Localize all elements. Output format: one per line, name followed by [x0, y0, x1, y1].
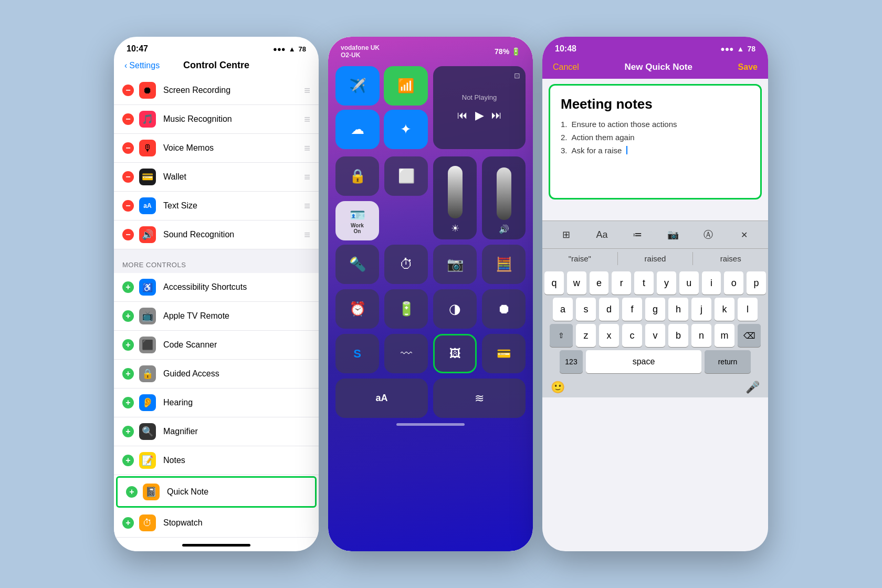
list-tool-button[interactable]: ≔	[628, 225, 647, 244]
key-l[interactable]: l	[738, 298, 758, 321]
add-button-code-scanner[interactable]: +	[122, 339, 134, 351]
wallet-control-button[interactable]: 💳	[482, 334, 526, 373]
drag-handle-text-size[interactable]: ≡	[304, 200, 310, 212]
key-e[interactable]: e	[590, 271, 609, 295]
key-d[interactable]: d	[599, 298, 619, 321]
key-w[interactable]: w	[567, 271, 586, 295]
list-item-accessibility[interactable]: + ♿ Accessibility Shortcuts	[114, 273, 319, 302]
rotation-lock-button[interactable]: 🔒	[335, 156, 379, 196]
quick-note-control-button[interactable]: 🖼	[433, 334, 477, 373]
key-u[interactable]: u	[679, 271, 699, 295]
list-item-stopwatch[interactable]: + ⏱ Stopwatch	[114, 509, 319, 538]
list-item-wallet[interactable]: − 💳 Wallet ≡	[114, 163, 319, 192]
work-on-button[interactable]: 🪪 Work On	[335, 201, 379, 240]
list-item-hearing[interactable]: + 👂 Hearing	[114, 388, 319, 417]
list-item-code-scanner[interactable]: + ⬛ Code Scanner	[114, 331, 319, 360]
key-z[interactable]: z	[576, 324, 596, 347]
key-b[interactable]: b	[668, 324, 688, 347]
remove-button-sound-recognition[interactable]: −	[122, 229, 134, 240]
add-button-stopwatch[interactable]: +	[122, 517, 134, 529]
drag-handle-music-recognition[interactable]: ≡	[304, 113, 310, 125]
sound-analysis-button[interactable]: 〰	[384, 334, 428, 373]
back-label[interactable]: Settings	[129, 61, 160, 70]
key-j[interactable]: j	[691, 298, 711, 321]
drag-handle-voice-memos[interactable]: ≡	[304, 142, 310, 154]
list-item-voice-memos[interactable]: − 🎙 Voice Memos ≡	[114, 134, 319, 163]
battery-button[interactable]: 🔋	[384, 289, 428, 329]
shazam-button[interactable]: S	[335, 334, 379, 373]
return-key[interactable]: return	[705, 350, 751, 373]
delete-key[interactable]: ⌫	[738, 324, 761, 347]
list-item-guided-access[interactable]: + 🔒 Guided Access	[114, 360, 319, 388]
volume-control[interactable]: 🔊	[482, 156, 526, 239]
screen-mirror-button[interactable]: ⬜	[384, 156, 428, 196]
back-button-1[interactable]: ‹ Settings	[124, 61, 160, 70]
remove-button-music-recognition[interactable]: −	[122, 113, 134, 125]
remove-button-text-size[interactable]: −	[122, 200, 134, 212]
note-content-area[interactable]: Meeting notes 1. Ensure to action those …	[549, 84, 762, 200]
camera-button[interactable]: 📷	[433, 245, 477, 284]
airplane-mode-button[interactable]: ✈️	[335, 66, 380, 106]
key-v[interactable]: v	[645, 324, 665, 347]
key-i[interactable]: i	[702, 271, 721, 295]
key-x[interactable]: x	[599, 324, 619, 347]
color-invert-button[interactable]: ◑	[433, 289, 477, 329]
space-key[interactable]: space	[586, 350, 701, 373]
pred-word-3[interactable]: raises	[693, 252, 768, 265]
add-button-guided-access[interactable]: +	[122, 368, 134, 380]
alarm-button[interactable]: ⏰	[335, 289, 379, 329]
pred-word-1[interactable]: "raise"	[542, 252, 618, 265]
list-item-notes[interactable]: + 📝 Notes	[114, 446, 319, 475]
bluetooth-button[interactable]: ✦	[384, 110, 428, 149]
prev-track-button[interactable]: ⏮	[457, 109, 468, 121]
camera-tool-button[interactable]: 📷	[664, 225, 682, 244]
key-k[interactable]: k	[715, 298, 734, 321]
brightness-control[interactable]: ☀	[433, 156, 477, 239]
drag-handle-sound-recognition[interactable]: ≡	[304, 229, 310, 241]
list-item-quick-note[interactable]: + 📓 Quick Note	[116, 476, 317, 508]
cancel-button[interactable]: Cancel	[553, 62, 579, 72]
key-y[interactable]: y	[657, 271, 676, 295]
cellular-button[interactable]: 📶	[384, 66, 428, 106]
add-button-hearing[interactable]: +	[122, 397, 134, 408]
list-item-sound-recognition[interactable]: − 🔊 Sound Recognition ≡	[114, 220, 319, 249]
key-p[interactable]: p	[747, 271, 766, 295]
key-c[interactable]: c	[622, 324, 642, 347]
next-track-button[interactable]: ⏭	[491, 109, 502, 121]
close-keyboard-button[interactable]: ✕	[734, 225, 753, 244]
key-n[interactable]: n	[691, 324, 711, 347]
save-button[interactable]: Save	[738, 62, 758, 72]
play-button[interactable]: ▶	[475, 109, 484, 122]
wifi-button[interactable]: ☁	[335, 110, 380, 149]
airplay-icon[interactable]: ⊡	[514, 71, 520, 80]
remove-button-voice-memos[interactable]: −	[122, 142, 134, 154]
list-item-music-recognition[interactable]: − 🎵 Music Recognition ≡	[114, 105, 319, 134]
calculator-button[interactable]: 🧮	[482, 245, 526, 284]
media-player[interactable]: ⊡ Not Playing ⏮ ▶ ⏭	[433, 66, 526, 149]
numbers-key[interactable]: 123	[560, 350, 583, 373]
key-r[interactable]: r	[612, 271, 631, 295]
add-button-magnifier[interactable]: +	[122, 426, 134, 437]
key-o[interactable]: o	[724, 271, 743, 295]
circle-a-tool-button[interactable]: Ⓐ	[699, 225, 718, 244]
key-a[interactable]: a	[553, 298, 573, 321]
list-item-screen-recording[interactable]: − ⏺ Screen Recording ≡	[114, 76, 319, 105]
emoji-button[interactable]: 🙂	[551, 381, 565, 394]
remove-button-screen-recording[interactable]: −	[122, 85, 134, 96]
table-tool-button[interactable]: ⊞	[557, 225, 576, 244]
add-button-quick-note[interactable]: +	[126, 486, 138, 498]
key-h[interactable]: h	[668, 298, 688, 321]
key-g[interactable]: g	[645, 298, 665, 321]
drag-handle-screen-recording[interactable]: ≡	[304, 85, 310, 97]
timer-button[interactable]: ⏱	[384, 245, 428, 284]
pred-word-2[interactable]: raised	[618, 252, 694, 265]
text-size-control-button[interactable]: aA	[335, 379, 428, 418]
torch-button[interactable]: 🔦	[335, 245, 379, 284]
screen-record-button[interactable]: ⏺	[482, 289, 526, 329]
sound-level-button[interactable]: ≋	[433, 379, 526, 418]
remove-button-wallet[interactable]: −	[122, 171, 134, 183]
shift-key[interactable]: ⇧	[550, 324, 573, 347]
list-item-magnifier[interactable]: + 🔍 Magnifier	[114, 417, 319, 446]
format-tool-button[interactable]: Aa	[592, 225, 611, 244]
add-button-accessibility[interactable]: +	[122, 281, 134, 293]
